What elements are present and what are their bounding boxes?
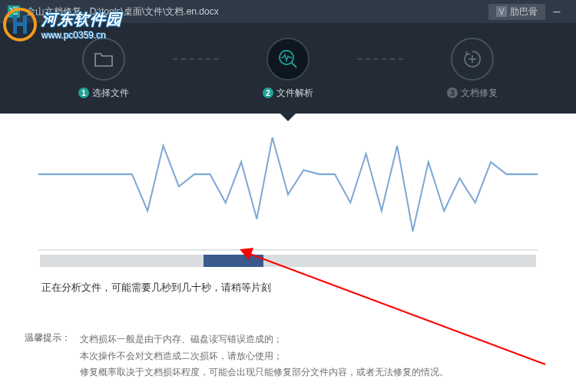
step-connector: [173, 58, 219, 60]
vip-icon: V: [496, 6, 507, 17]
minimize-button[interactable]: –: [545, 5, 568, 18]
watermark-url: www.pc0359.cn: [41, 30, 122, 41]
active-step-pointer: [279, 112, 297, 121]
svg-rect-8: [13, 22, 27, 26]
tip-line: 文档损坏一般是由于内存、磁盘读写错误造成的；: [80, 331, 449, 348]
tips-section: 温馨提示： 文档损坏一般是由于内存、磁盘读写错误造成的； 本次操作不会对文档造成…: [0, 321, 576, 392]
svg-line-1: [292, 63, 296, 68]
step-parse-file: 2文件解析: [219, 38, 357, 100]
analysis-chart: [0, 114, 576, 252]
status-text: 正在分析文件，可能需要几秒到几十秒，请稍等片刻: [0, 267, 576, 308]
user-badge[interactable]: V 肋巴骨: [488, 4, 545, 20]
tip-line: 修复概率取决于文档损坏程度，可能会出现只能修复部分文件内容，或者无法修复的情况。: [80, 364, 449, 381]
tips-label: 温馨提示：: [25, 331, 71, 381]
watermark-text: 河东软件园: [41, 9, 122, 30]
watermark-logo: [3, 8, 37, 41]
step-repair-doc: 3文档修复: [403, 38, 541, 100]
tips-lines: 文档损坏一般是由于内存、磁盘读写错误造成的； 本次操作不会对文档造成二次损坏，请…: [80, 331, 449, 381]
step-connector: [357, 58, 403, 60]
step-select-file: 1选择文件: [35, 38, 173, 100]
tip-line: 本次操作不会对文档造成二次损坏，请放心使用；: [80, 348, 449, 365]
analyze-icon: [266, 38, 310, 81]
repair-icon: [451, 38, 494, 81]
progress-fill: [204, 255, 263, 267]
watermark: 河东软件园 www.pc0359.cn: [0, 5, 125, 44]
progress-bar: [0, 255, 576, 267]
user-name: 肋巴骨: [510, 5, 538, 18]
